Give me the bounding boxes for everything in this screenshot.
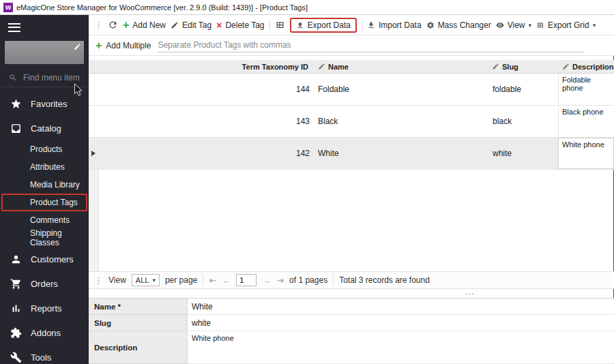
gear-icon	[426, 21, 435, 29]
tag-detail-panel: Name * White Slug white Description Whit…	[89, 298, 614, 364]
refresh-button[interactable]	[108, 20, 118, 30]
add-multiple-input[interactable]	[158, 39, 584, 52]
column-header-description[interactable]: Description	[558, 63, 614, 71]
cell-term-taxonomy-id[interactable]: 142	[99, 138, 314, 169]
hamburger-menu-icon[interactable]	[0, 15, 89, 40]
add-multiple-label[interactable]: Add Multiple	[106, 41, 151, 50]
column-label: Description	[572, 63, 614, 71]
cell-slug[interactable]: black	[488, 106, 558, 137]
sidebar-item-tools[interactable]: Tools	[0, 345, 89, 364]
sidebar: Favorites Catalog Products Attributes Me…	[0, 15, 89, 364]
pagination-bar: ⋮ View ALL ▾ per page ⇤ ← → ⇥ of 1 pages…	[89, 271, 614, 289]
per-page-label: per page	[165, 275, 197, 285]
pencil-icon	[171, 21, 179, 29]
cell-description[interactable]: Black phone	[558, 106, 614, 137]
row-gutter-cell[interactable]	[89, 106, 99, 137]
add-new-button[interactable]: + Add New	[123, 20, 166, 31]
sidebar-subitem-media-library[interactable]: Media Library	[0, 176, 89, 194]
mass-changer-button[interactable]: Mass Changer	[426, 20, 491, 30]
app-logo-icon: W	[3, 3, 13, 12]
column-header-term-taxonomy-id[interactable]: Term Taxonomy ID	[99, 63, 314, 71]
detail-value-description[interactable]: White phone	[188, 331, 614, 364]
column-label: Name	[328, 63, 349, 71]
view-label: View	[508, 20, 525, 30]
caret-down-icon: ▾	[593, 22, 596, 29]
window-title: eMagicOne Store Manager for WooCommerce …	[16, 3, 308, 12]
cell-term-taxonomy-id[interactable]: 144	[99, 74, 314, 105]
per-page-select[interactable]: ALL ▾	[132, 274, 160, 286]
subitem-label: Product Tags	[30, 198, 78, 207]
sidebar-item-label: Orders	[31, 279, 58, 289]
mass-changer-label: Mass Changer	[438, 20, 491, 30]
sidebar-subitem-product-tags[interactable]: Product Tags	[1, 194, 87, 211]
mouse-cursor	[74, 83, 83, 97]
view-dropdown-button[interactable]: View ▾	[496, 20, 531, 30]
detail-label-description: Description	[89, 331, 188, 364]
cell-slug[interactable]: white	[488, 138, 558, 169]
cell-description[interactable]: Foldable phone	[558, 74, 614, 105]
sidebar-item-orders[interactable]: Orders	[0, 271, 89, 296]
store-connection-box[interactable]	[5, 41, 84, 64]
toolbar-separator	[362, 20, 362, 31]
add-multiple-bar: + Add Multiple	[89, 35, 614, 56]
column-header-slug[interactable]: Slug	[488, 63, 558, 71]
page-number-input[interactable]	[236, 274, 257, 286]
cell-name[interactable]: White	[314, 138, 488, 169]
cell-name[interactable]: Foldable	[314, 74, 488, 105]
main-toolbar: ⋮ + Add New Edit Tag × Delete Tag Export…	[89, 15, 614, 35]
search-icon	[9, 74, 17, 82]
table-row[interactable]: 144 Foldable foldable Foldable phone	[89, 74, 614, 106]
import-data-button[interactable]: Import Data	[367, 20, 422, 30]
plus-icon: +	[96, 40, 102, 51]
cell-term-taxonomy-id[interactable]: 143	[99, 106, 314, 137]
import-data-label: Import Data	[379, 20, 422, 30]
grid-icon	[536, 21, 544, 29]
row-gutter-cell[interactable]	[89, 138, 99, 169]
sidebar-item-customers[interactable]: Customers	[0, 247, 89, 271]
pager-grip-icon[interactable]: ⋮	[94, 275, 103, 286]
sidebar-item-label: Tools	[31, 352, 51, 363]
cell-name[interactable]: Black	[314, 106, 488, 137]
first-page-button[interactable]: ⇤	[209, 275, 216, 286]
sidebar-item-reports[interactable]: Reports	[0, 296, 89, 320]
export-file-icon[interactable]	[275, 20, 285, 30]
toolbar-grip-icon[interactable]: ⋮	[94, 20, 103, 30]
sidebar-item-label: Catalog	[31, 123, 61, 134]
sidebar-subitem-shipping-classes[interactable]: Shipping Classes	[0, 229, 89, 247]
cell-description[interactable]: White phone	[558, 138, 614, 169]
download-icon	[367, 21, 375, 29]
sidebar-subitem-comments[interactable]: Comments	[0, 211, 89, 229]
detail-value-slug[interactable]: white	[188, 315, 614, 331]
export-grid-dropdown-button[interactable]: Export Grid ▾	[536, 20, 596, 30]
sidebar-subitem-products[interactable]: Products	[0, 140, 89, 158]
row-gutter-cell[interactable]	[89, 74, 99, 105]
next-page-button[interactable]: →	[262, 275, 271, 286]
edit-connection-pencil-icon[interactable]	[74, 43, 81, 50]
total-records-label: Total 3 records are found	[339, 275, 430, 285]
per-page-value: ALL	[136, 276, 149, 284]
export-data-button[interactable]: Export Data	[290, 18, 357, 33]
sidebar-item-addons[interactable]: Addons	[0, 320, 89, 345]
sidebar-item-catalog[interactable]: Catalog	[0, 116, 89, 140]
delete-tag-button[interactable]: × Delete Tag	[216, 20, 264, 30]
cell-slug[interactable]: foldable	[488, 74, 558, 105]
title-bar: W eMagicOne Store Manager for WooCommerc…	[0, 0, 614, 15]
pencil-icon	[562, 63, 570, 70]
pencil-icon	[318, 63, 325, 70]
detail-value-name[interactable]: White	[188, 299, 614, 315]
table-row-selected[interactable]: 142 White white White phone	[89, 138, 614, 170]
prev-page-button[interactable]: ←	[222, 275, 231, 286]
table-row[interactable]: 143 Black black Black phone	[89, 106, 614, 138]
sidebar-item-label: Favorites	[31, 99, 67, 109]
detail-label-name: Name *	[89, 299, 188, 315]
sidebar-subitem-attributes[interactable]: Attributes	[0, 158, 89, 176]
add-new-label: Add New	[132, 20, 166, 30]
column-header-name[interactable]: Name	[314, 63, 488, 71]
edit-tag-button[interactable]: Edit Tag	[171, 20, 211, 30]
selected-row-marker-icon	[91, 151, 96, 156]
last-page-button[interactable]: ⇥	[276, 275, 284, 286]
wrench-icon	[10, 352, 22, 363]
panel-splitter[interactable]: ...	[89, 289, 614, 298]
search-input[interactable]	[23, 73, 81, 82]
column-label: Slug	[502, 63, 518, 71]
